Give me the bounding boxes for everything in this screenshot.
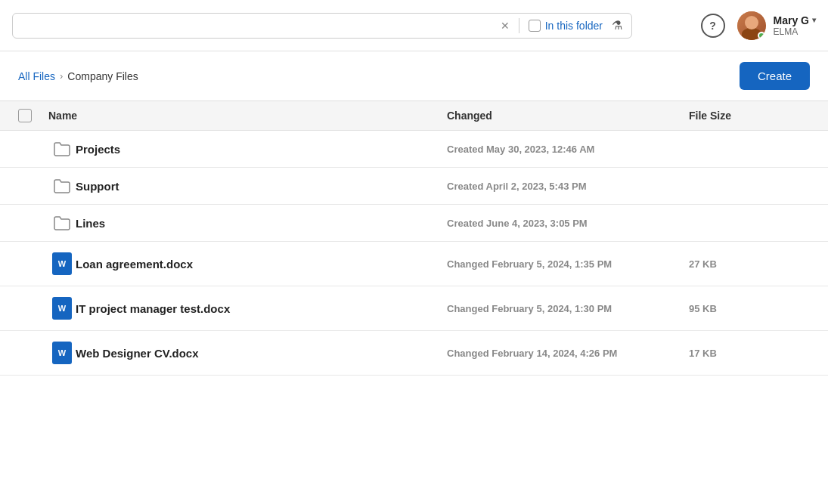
header: agreement| ✕ In this folder ⚗ ? Mary G ▾… [0, 0, 828, 51]
breadcrumb-current-folder: Company Files [67, 70, 138, 82]
table-row[interactable]: Projects Created May 30, 2023, 12:46 AM [0, 131, 828, 168]
user-org: ELMA [774, 26, 816, 37]
word-doc-icon: W [48, 297, 76, 320]
user-menu[interactable]: Mary G ▾ ELMA [737, 11, 816, 40]
user-name-area: Mary G ▾ ELMA [774, 14, 816, 37]
help-button[interactable]: ? [701, 14, 725, 38]
search-input[interactable]: agreement| [22, 19, 495, 32]
row-changed: Changed February 5, 2024, 1:30 PM [447, 303, 689, 314]
col-size-header: File Size [689, 110, 810, 122]
help-label: ? [709, 20, 716, 32]
in-this-folder-label: In this folder [545, 20, 603, 32]
breadcrumb-bar: All Files › Company Files Create [0, 51, 828, 101]
row-changed: Changed February 14, 2024, 4:26 PM [447, 348, 689, 359]
folder-icon [48, 178, 76, 193]
col-name-header: Name [48, 110, 447, 122]
row-changed: Created April 2, 2023, 5:43 PM [447, 181, 689, 192]
breadcrumb-separator: › [60, 70, 63, 82]
table-row[interactable]: W Loan agreement.docx Changed February 5… [0, 242, 828, 286]
table-row[interactable]: W IT project manager test.docx Changed F… [0, 286, 828, 331]
search-clear-icon[interactable]: ✕ [501, 20, 510, 32]
row-name: Support [76, 180, 447, 193]
online-status-dot [758, 32, 765, 39]
file-table: Name Changed File Size Projects Created … [0, 101, 828, 376]
word-doc-icon: W [48, 252, 76, 275]
create-button[interactable]: Create [740, 62, 810, 90]
row-size: 95 KB [689, 303, 810, 314]
breadcrumb: All Files › Company Files [18, 70, 138, 82]
search-bar: agreement| ✕ In this folder ⚗ [12, 13, 632, 39]
row-size: 27 KB [689, 258, 810, 270]
row-changed: Created June 4, 2023, 3:05 PM [447, 218, 689, 229]
in-this-folder-toggle[interactable]: In this folder [529, 20, 603, 32]
in-this-folder-checkbox[interactable] [529, 20, 541, 32]
header-checkbox-col [18, 109, 48, 122]
folder-icon [48, 141, 76, 156]
row-size: 17 KB [689, 348, 810, 359]
table-header: Name Changed File Size [0, 101, 828, 131]
select-all-checkbox[interactable] [18, 109, 32, 122]
row-name: IT project manager test.docx [76, 302, 447, 315]
avatar [737, 11, 766, 40]
row-name: Loan agreement.docx [76, 258, 447, 271]
table-row[interactable]: Lines Created June 4, 2023, 3:05 PM [0, 205, 828, 242]
col-changed-header: Changed [447, 110, 689, 122]
header-right: ? Mary G ▾ ELMA [701, 11, 816, 40]
row-name: Projects [76, 143, 447, 156]
row-changed: Created May 30, 2023, 12:46 AM [447, 144, 689, 155]
breadcrumb-all-files[interactable]: All Files [18, 70, 55, 82]
row-changed: Changed February 5, 2024, 1:35 PM [447, 258, 689, 270]
user-name: Mary G ▾ [774, 14, 816, 26]
chevron-down-icon: ▾ [812, 16, 816, 24]
folder-icon [48, 215, 76, 230]
row-name: Lines [76, 217, 447, 230]
table-row[interactable]: Support Created April 2, 2023, 5:43 PM [0, 168, 828, 205]
row-name: Web Designer CV.docx [76, 347, 447, 360]
search-divider [519, 18, 519, 33]
filter-icon[interactable]: ⚗ [612, 18, 622, 32]
table-row[interactable]: W Web Designer CV.docx Changed February … [0, 331, 828, 376]
word-doc-icon: W [48, 342, 76, 364]
